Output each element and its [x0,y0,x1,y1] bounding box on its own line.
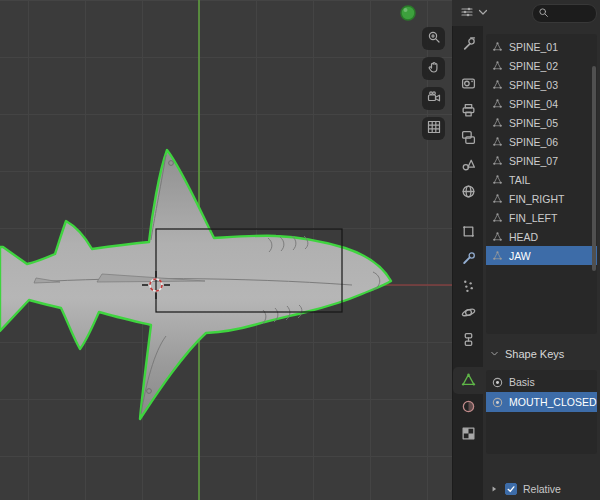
camera-icon [427,90,441,107]
properties-tab-strip [452,26,483,500]
blender-window: SPINE_01 SPINE_02 SPINE_03 SPINE_04 [0,0,600,500]
properties-tab-modifiers[interactable] [453,246,484,273]
check-icon [506,480,516,498]
vertex-group-icon [491,78,504,91]
search-input[interactable] [532,4,597,23]
vertex-groups-scrollbar[interactable] [592,66,596,271]
vertex-group-name: HEAD [509,231,538,243]
shape-key-icon [491,396,504,409]
vertex-group-row[interactable]: FIN_RIGHT [486,189,597,208]
viewport-tool-button-pan[interactable] [422,57,445,80]
vertex-group-name: SPINE_04 [509,98,558,110]
vertex-group-row[interactable]: SPINE_03 [486,75,597,94]
object-data-panel: SPINE_01 SPINE_02 SPINE_03 SPINE_04 [483,26,600,500]
vertex-group-icon [491,249,504,262]
shape-key-name: MOUTH_CLOSED [509,396,597,408]
editor-type-dropdown[interactable] [458,3,492,24]
vertex-group-row[interactable]: SPINE_01 [486,37,597,56]
viewport-scene [0,0,452,500]
shape-key-row[interactable]: Basis [486,372,597,392]
properties-tab-object-data[interactable] [453,367,484,394]
texture-icon [461,426,476,444]
search-icon [538,4,549,22]
vertex-group-icon [491,59,504,72]
viewport-tool-button-camera[interactable] [422,87,445,110]
vertex-group-row[interactable]: TAIL [486,170,597,189]
shape-key-name: Basis [509,376,535,388]
vertex-group-icon [491,154,504,167]
relative-label: Relative [523,483,561,495]
vertex-group-name: SPINE_05 [509,117,558,129]
relative-checkbox[interactable] [505,483,517,495]
vertex-group-icon [491,230,504,243]
tool-icon [461,36,476,54]
object-data-icon [461,372,476,390]
vertex-group-row[interactable]: SPINE_05 [486,113,597,132]
vertex-group-icon [491,211,504,224]
physics-icon [461,305,476,323]
shape-keys-panel-header[interactable]: Shape Keys [483,342,600,366]
shape-keys-list: Basis MOUTH_CLOSED [486,370,597,454]
triangle-right-icon[interactable] [489,480,499,498]
output-icon [461,103,476,121]
view-layer-icon [461,130,476,148]
vertex-group-name: TAIL [509,174,530,186]
chevron-down-icon [476,5,490,22]
modifiers-icon [461,251,476,269]
properties-tab-render[interactable] [453,71,484,98]
vertex-group-name: JAW [509,250,531,262]
vertex-group-name: SPINE_01 [509,41,558,53]
zoom-icon [427,30,441,47]
shark-model[interactable] [0,150,391,419]
properties-tab-object[interactable] [453,219,484,246]
vertex-group-icon [491,116,504,129]
hand-icon [427,60,441,77]
properties-tab-physics[interactable] [453,300,484,327]
properties-tab-texture[interactable] [453,421,484,448]
vertex-groups-list: SPINE_01 SPINE_02 SPINE_03 SPINE_04 [486,34,597,334]
particles-icon [461,278,476,296]
constraints-icon [461,332,476,350]
properties-editor-icon [460,5,474,22]
shape-key-row[interactable]: MOUTH_CLOSED [486,392,597,412]
viewport-tool-button-zoom[interactable] [422,27,445,50]
shape-key-icon [491,376,504,389]
render-icon [461,76,476,94]
properties-tab-particles[interactable] [453,273,484,300]
properties-header [452,0,600,27]
material-icon [461,399,476,417]
properties-tab-view-layer[interactable] [453,125,484,152]
properties-tab-constraints[interactable] [453,327,484,354]
properties-tab-scene[interactable] [453,152,484,179]
vertex-group-name: FIN_LEFT [509,212,557,224]
vertex-group-row[interactable]: HEAD [486,227,597,246]
properties-tab-output[interactable] [453,98,484,125]
properties-tab-material[interactable] [453,394,484,421]
viewport-tool-button-grid[interactable] [422,117,445,140]
properties-tab-world[interactable] [453,179,484,206]
vertex-group-row[interactable]: SPINE_06 [486,132,597,151]
scene-icon [461,157,476,175]
green-sphere-object[interactable] [401,6,415,20]
3d-viewport[interactable] [0,0,452,500]
vertex-group-row[interactable]: FIN_LEFT [486,208,597,227]
vertex-group-icon [491,173,504,186]
vertex-group-row[interactable]: SPINE_07 [486,151,597,170]
vertex-group-icon [491,192,504,205]
vertex-group-name: FIN_RIGHT [509,193,564,205]
vertex-group-row[interactable]: SPINE_04 [486,94,597,113]
vertex-group-row[interactable]: SPINE_02 [486,56,597,75]
chevron-down-icon [489,348,500,361]
grid-icon [427,120,441,137]
vertex-group-row[interactable]: JAW [486,246,597,265]
vertex-group-icon [491,135,504,148]
vertex-group-icon [491,97,504,110]
vertex-group-icon [491,40,504,53]
viewport-toolbar [422,27,445,140]
vertex-group-name: SPINE_07 [509,155,558,167]
vertex-group-name: SPINE_03 [509,79,558,91]
world-icon [461,184,476,202]
properties-tab-tool[interactable] [453,31,484,58]
object-icon [461,224,476,242]
relative-option-row: Relative [483,478,600,500]
